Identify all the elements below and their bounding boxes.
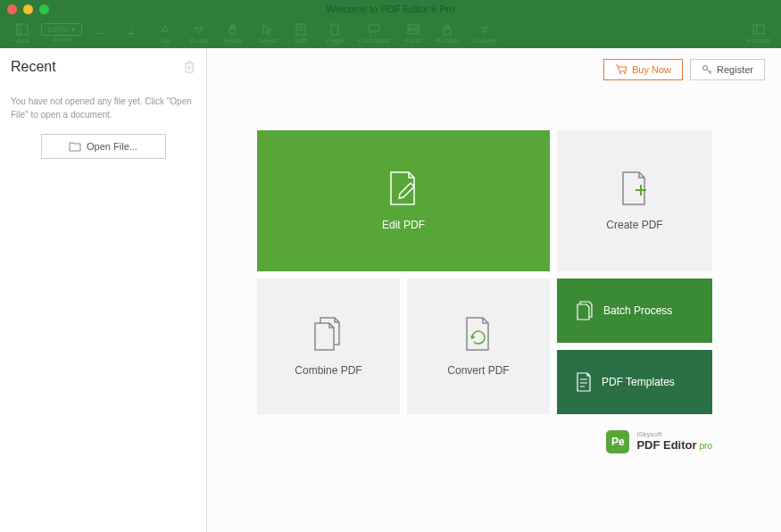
toolbar-format[interactable]: Format [744,19,774,47]
edit-icon [294,22,308,37]
register-button[interactable]: Register [690,59,765,80]
toolbar-down[interactable]: Down [184,19,214,47]
cursor-icon [260,22,274,37]
templates-icon [575,371,593,393]
svg-rect-6 [408,30,419,34]
comment-icon [367,22,381,37]
svg-rect-0 [17,24,28,35]
key-icon [702,64,712,75]
edit-pdf-icon [387,170,420,206]
sidebar-title: Recent [11,59,56,75]
arrow-down-icon [192,22,206,37]
svg-rect-1 [17,24,21,35]
tile-label: Convert PDF [447,364,509,377]
toolbar-label: Form [405,37,422,45]
toolbar-view[interactable]: View [7,19,37,47]
brand-badge: Pe [606,430,629,453]
convert-pdf-icon [463,316,494,352]
svg-rect-8 [753,25,764,34]
tile-edit-pdf[interactable]: Edit PDF [257,130,550,271]
page-icon [328,22,342,37]
toolbar-zoom[interactable]: 100% ▾ Zoom [41,19,82,47]
cart-icon [615,64,627,75]
toolbar-zoom-group: 100% ▾ Zoom − + [41,19,146,47]
view-icon [15,22,29,37]
register-label: Register [717,64,753,75]
tile-convert-pdf[interactable]: Convert PDF [407,278,550,414]
chevron-down-icon: ▾ [71,25,76,34]
toolbar-label: Protect [436,37,458,45]
svg-line-14 [710,71,711,72]
svg-point-11 [624,72,626,74]
tile-combine-pdf[interactable]: Combine PDF [257,278,400,414]
svg-point-12 [703,66,708,71]
svg-rect-5 [408,25,419,29]
top-actions: Buy Now Register [223,59,765,80]
toolbar-hand[interactable]: Hand [218,19,248,47]
format-icon [752,22,766,37]
toolbar-label: Convert [472,37,497,45]
toolbar-form[interactable]: Form [398,19,428,47]
toolbar-convert[interactable]: Convert [466,19,503,47]
svg-rect-7 [444,29,451,35]
main-toolbar: View 100% ▾ Zoom − + Up Down Hand Select… [0,18,781,48]
svg-point-10 [619,72,621,74]
buy-now-button[interactable]: Buy Now [603,59,683,80]
toolbar-page[interactable]: Page [320,19,350,47]
tile-batch-process[interactable]: Batch Process [557,278,712,343]
main-area: Recent You have not opened any file yet.… [0,48,781,532]
open-file-label: Open File... [87,141,137,152]
open-file-button[interactable]: Open File... [41,134,166,159]
brand-text: iSkysoft PDF Editorpro [636,431,712,452]
tile-create-pdf[interactable]: Create PDF [557,130,712,271]
zoom-level[interactable]: 100% ▾ [41,23,82,36]
batch-icon [575,300,594,321]
content-area: Buy Now Register Edit PDF Create PDF [207,48,781,532]
zoom-out-button[interactable]: − [84,19,114,47]
toolbar-label: Up [161,37,170,45]
toolbar-label: Down [190,37,208,45]
sidebar-header: Recent [11,55,195,82]
folder-icon [69,141,81,152]
toolbar-label: Select [257,37,277,45]
lock-icon [440,22,454,37]
zoom-in-button[interactable]: + [116,19,146,47]
convert-icon [478,22,492,37]
toolbar-label: Page [327,37,344,45]
window-title: Welcome to PDF Editor 6 Pro [0,4,781,14]
tile-label: Edit PDF [382,219,425,231]
trash-icon[interactable] [183,60,195,74]
tile-grid: Edit PDF Create PDF Combine PDF Convert … [257,130,712,414]
tile-label: PDF Templates [602,376,675,388]
sidebar-empty-message: You have not opened any file yet. Click … [11,95,195,121]
arrow-up-icon [158,22,172,37]
brand-product: PDF Editorpro [636,439,712,452]
toolbar-label: Format [747,37,769,45]
toolbar-label: Comment [359,37,390,45]
tile-pdf-templates[interactable]: PDF Templates [557,350,712,414]
buy-now-label: Buy Now [632,64,671,75]
toolbar-label: Edit [295,37,307,45]
svg-line-13 [707,70,711,74]
tile-label: Combine PDF [295,364,361,377]
hand-icon [226,22,240,37]
toolbar-label: Zoom [53,36,71,44]
create-pdf-icon [619,170,650,206]
toolbar-edit[interactable]: Edit [286,19,316,47]
combine-pdf-icon [312,316,345,352]
sidebar: Recent You have not opened any file yet.… [0,48,207,532]
toolbar-comment[interactable]: Comment [353,19,395,47]
form-icon [406,22,420,37]
branding: Pe iSkysoft PDF Editorpro [257,430,712,453]
toolbar-label: View [14,37,29,45]
tile-label: Batch Process [603,304,672,317]
window-titlebar: Welcome to PDF Editor 6 Pro [0,0,781,18]
toolbar-label: Hand [224,37,241,45]
tile-label: Create PDF [606,219,662,231]
toolbar-select[interactable]: Select [252,19,282,47]
toolbar-up[interactable]: Up [150,19,180,47]
toolbar-protect[interactable]: Protect [432,19,462,47]
